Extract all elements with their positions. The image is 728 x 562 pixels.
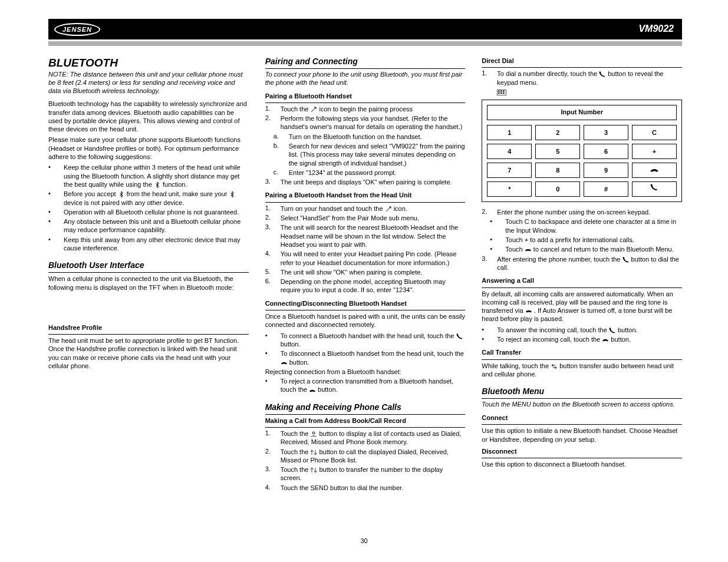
phone-icon bbox=[609, 327, 616, 334]
call-transfer-title: Call Transfer bbox=[482, 348, 682, 356]
hu-s1a: Turn on your handset and touch the bbox=[281, 205, 385, 212]
keypad-diagram: Input Number 123C456+789*0# bbox=[482, 100, 682, 202]
svg-rect-4 bbox=[503, 91, 505, 92]
phone-icon bbox=[599, 71, 606, 78]
cd-b2a: To disconnect a Bluetooth handset from t… bbox=[281, 350, 464, 357]
rule bbox=[265, 310, 466, 310]
mc-s2a: Touch the bbox=[281, 448, 311, 455]
cd-reject-label: Rejecting connection from a Bluetooth ha… bbox=[265, 368, 466, 376]
cd-body: Once a Bluetooth handset is paired with … bbox=[265, 312, 466, 329]
bluetooth-icon bbox=[118, 191, 125, 198]
mc-s1a: Touch the bbox=[281, 430, 311, 437]
keypad-key-13: 0 bbox=[535, 181, 580, 197]
column-3: Direct Dial 1. To dial a number directly… bbox=[482, 57, 682, 538]
suggestion-1c: function. bbox=[163, 181, 187, 188]
handsfree-title: Handsfree Profile bbox=[48, 323, 249, 332]
keypad-key-5: 5 bbox=[535, 144, 580, 159]
heading-pairing: Pairing and Connecting bbox=[265, 57, 466, 66]
svg-rect-6 bbox=[500, 92, 502, 94]
dd-step-keypad-icon bbox=[482, 88, 682, 96]
cd-b3b: button. bbox=[318, 386, 338, 393]
distance-note: NOTE: The distance between this unit and… bbox=[48, 71, 249, 95]
rule bbox=[482, 458, 682, 458]
cd-b3a: To reject a connection transmitted from … bbox=[281, 378, 454, 393]
keypad-key-9: 8 bbox=[535, 163, 580, 178]
heading-calls: Making and Receiving Phone Calls bbox=[265, 402, 466, 412]
kp-step-2: 2.Enter the phone number using the on-sc… bbox=[482, 208, 682, 216]
ph-step-2: 2.Perform the following steps via your h… bbox=[265, 114, 466, 131]
bt-ui-body: When a cellular phone is connected to th… bbox=[48, 275, 249, 292]
kp-s3a: After entering the phone number, touch t… bbox=[497, 256, 622, 263]
rule bbox=[482, 398, 682, 399]
heading-bt-menu: Bluetooth Menu bbox=[482, 386, 682, 396]
svg-rect-2 bbox=[498, 91, 500, 92]
pair-icon bbox=[385, 206, 392, 213]
kp-step-3: 3. After entering the phone number, touc… bbox=[482, 255, 682, 272]
rule bbox=[482, 424, 682, 425]
kp-step-2a: •Touch C to backspace and delete one cha… bbox=[482, 217, 682, 234]
mc-step-4: 4.Touch the SEND button to dial the numb… bbox=[265, 484, 466, 492]
contacts-icon bbox=[310, 431, 317, 438]
rule bbox=[48, 334, 249, 335]
hu-step-3: 3.The unit will search for the nearest B… bbox=[265, 223, 466, 249]
ph-step-3: 3.The unit beeps and displays "OK" when … bbox=[265, 178, 466, 186]
cd-bullet-2: • To disconnect a Bluetooth handset from… bbox=[265, 349, 466, 366]
ac-b1b: button. bbox=[618, 326, 638, 333]
keypad-key-2: 3 bbox=[584, 125, 628, 140]
page-number: 30 bbox=[0, 537, 728, 544]
svg-rect-5 bbox=[498, 92, 500, 94]
rule bbox=[482, 287, 682, 288]
brand-logo: JENSEN bbox=[54, 23, 100, 36]
keypad-display: Input Number bbox=[487, 105, 677, 120]
hangup-icon bbox=[525, 308, 532, 315]
column-1: BLUETOOTH NOTE: The distance between thi… bbox=[48, 57, 249, 538]
ac-b2a: To reject an incoming call, touch the bbox=[497, 336, 602, 343]
disconnect-option-title: Disconnect bbox=[482, 447, 682, 455]
keypad-key-3: C bbox=[632, 125, 677, 140]
keypad-key-14: # bbox=[584, 181, 628, 197]
pair-icon bbox=[310, 106, 317, 113]
mc-step-2: 2. Touch the button to call the displaye… bbox=[265, 448, 466, 465]
handsfree-body: The head unit must be set to appropriate… bbox=[48, 336, 249, 370]
connect-option-body: Use this option to initiate a new Blueto… bbox=[482, 427, 682, 444]
keypad-key-12: * bbox=[487, 181, 532, 197]
ac-b2b: button. bbox=[611, 336, 631, 343]
suggestion-3: •Operation with all Bluetooth cellular p… bbox=[48, 208, 249, 216]
ac-b1a: To answer the incoming call, touch the bbox=[497, 326, 609, 333]
keypad-key-0: 1 bbox=[487, 125, 532, 140]
dd-step-1: 1. To dial a number directly, touch the … bbox=[482, 70, 682, 87]
suggestion-2b: from the head unit, make sure your bbox=[127, 190, 228, 197]
svg-rect-3 bbox=[500, 91, 502, 92]
suggestion-1: • Keep the cellular phone within 3 meter… bbox=[48, 163, 249, 189]
rule bbox=[482, 67, 682, 68]
keypad-key-8: 7 bbox=[487, 163, 532, 178]
keypad-key-11 bbox=[632, 163, 677, 178]
ph-s1a: Touch the bbox=[281, 105, 311, 113]
call-transfer-body: While talking, touch the button transfer… bbox=[482, 362, 682, 379]
cd-b2b: button. bbox=[289, 359, 309, 366]
kp-s2c-b: to cancel and return to the main Bluetoo… bbox=[533, 246, 674, 253]
ph-step-2b: b.Search for new devices and select "VM9… bbox=[265, 142, 466, 167]
section-title-bluetooth: BLUETOOTH bbox=[48, 57, 249, 70]
mc-step-3: 3. Touch the button to transfer the numb… bbox=[265, 465, 466, 482]
svg-rect-7 bbox=[503, 92, 505, 94]
rule bbox=[48, 272, 249, 273]
rule bbox=[265, 414, 466, 415]
keypad-key-6: 6 bbox=[584, 144, 628, 159]
kp-step-2b: •Touch + to add a prefix for internation… bbox=[482, 236, 682, 244]
transfer-icon bbox=[551, 363, 558, 370]
disconnect-option-body: Use this option to disconnect a Bluetoot… bbox=[482, 460, 682, 468]
ct-pa: While talking, touch the bbox=[482, 362, 551, 369]
mc-s3a: Touch the bbox=[281, 466, 311, 473]
column-2: Pairing and Connecting To connect your p… bbox=[265, 57, 466, 538]
hangup-icon bbox=[281, 359, 288, 366]
ac-bullet-2: • To reject an incoming call, touch the … bbox=[482, 335, 682, 343]
ph-step-2a: a.Turn on the Bluetooth function on the … bbox=[265, 133, 466, 141]
hu-step-2: 2.Select "HandSet" from the Pair Mode su… bbox=[265, 214, 466, 222]
header-divider bbox=[48, 41, 682, 46]
transfer-icon bbox=[310, 467, 317, 474]
suggestion-2: • Before you accept from the head unit, … bbox=[48, 190, 249, 207]
keypad-grid: 123C456+789*0# bbox=[487, 125, 677, 197]
mc-step-1: 1. Touch the button to display a list of… bbox=[265, 429, 466, 447]
kp-step-2c: • Touch to cancel and return to the main… bbox=[482, 245, 682, 253]
